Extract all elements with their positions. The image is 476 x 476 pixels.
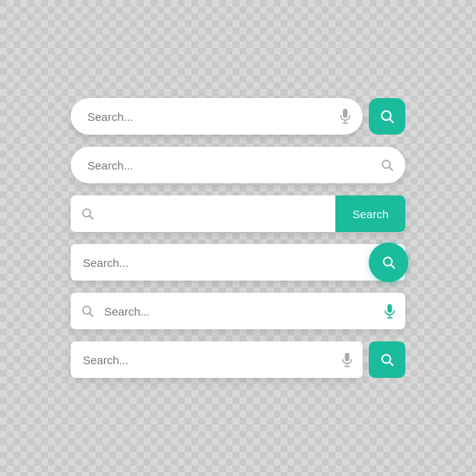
search-button-1[interactable]	[369, 98, 405, 135]
search-button-6[interactable]	[369, 341, 405, 378]
search-icon-6	[380, 353, 394, 367]
search-row-2	[71, 147, 405, 183]
svg-point-3	[382, 111, 391, 120]
search-input-6[interactable]	[71, 341, 363, 378]
search-input-wrap-1	[71, 98, 363, 135]
search-input-wrap-6	[71, 341, 363, 378]
search-icon-2	[381, 159, 393, 171]
search-input-5[interactable]	[71, 293, 405, 329]
search-input-wrap-2	[71, 147, 405, 183]
search-row-5	[71, 293, 405, 329]
svg-rect-13	[388, 304, 392, 313]
search-button-4[interactable]	[369, 243, 408, 282]
svg-line-20	[390, 363, 393, 366]
search-icon-3	[81, 208, 94, 220]
search-input-1[interactable]	[71, 98, 363, 135]
search-button-3[interactable]: Search	[335, 195, 405, 232]
mic-icon-1	[340, 109, 351, 124]
search-row-4	[71, 244, 405, 281]
svg-line-8	[90, 216, 93, 219]
search-input-3[interactable]	[71, 195, 335, 232]
mic-icon-5	[385, 304, 395, 319]
search-bars-container: Search	[56, 75, 420, 401]
search-row-6	[71, 341, 405, 378]
search-row-1	[71, 98, 405, 135]
search-icon-4	[382, 255, 395, 269]
search-icon-1	[380, 109, 394, 123]
svg-line-6	[389, 167, 392, 170]
mic-icon-6	[342, 353, 352, 367]
search-input-wrap-4	[71, 244, 405, 281]
svg-line-4	[390, 119, 393, 122]
search-input-wrap-3: Search	[71, 195, 405, 232]
search-input-4[interactable]	[71, 244, 405, 281]
svg-line-10	[392, 265, 395, 268]
svg-line-12	[90, 313, 93, 316]
svg-rect-0	[343, 109, 347, 118]
search-input-wrap-5	[71, 293, 405, 329]
search-input-2[interactable]	[71, 147, 405, 183]
search-row-3: Search	[71, 195, 405, 232]
search-icon-5	[81, 305, 94, 317]
svg-rect-16	[345, 353, 350, 361]
